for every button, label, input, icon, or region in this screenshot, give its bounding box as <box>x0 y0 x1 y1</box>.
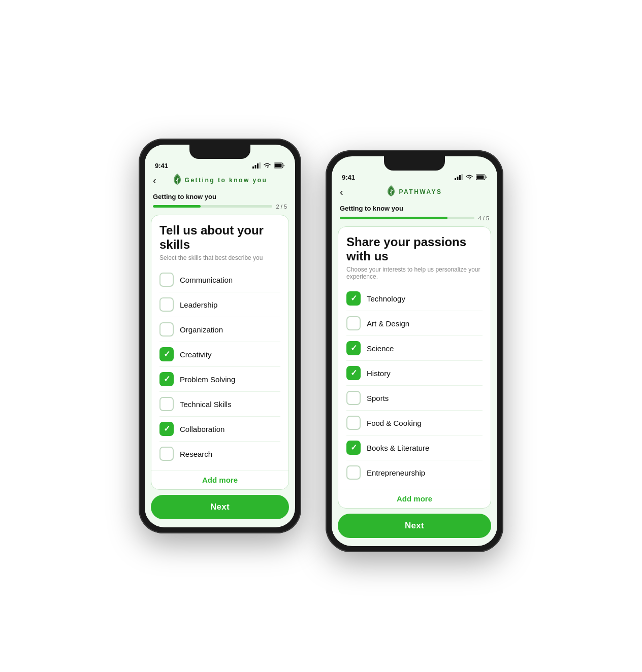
checkbox-label: Research <box>180 450 212 458</box>
status-bar-2: 9:41 <box>332 171 497 183</box>
status-icons-2 <box>455 174 487 180</box>
checkbox-item[interactable]: Problem Solving <box>159 367 280 392</box>
pathways-text-2: PATHWAYS <box>399 188 442 195</box>
top-bar-2: ‹ PATHWAYS <box>332 183 497 203</box>
checkbox-item[interactable]: Books & Literature <box>346 435 483 460</box>
checkbox-item[interactable]: Creativity <box>159 342 280 367</box>
checkbox-box[interactable] <box>346 465 361 480</box>
pathways-text-1: Getting to know you <box>185 177 268 184</box>
checkbox-item[interactable]: Collaboration <box>159 417 280 442</box>
wifi-icon-1 <box>263 162 271 169</box>
battery-icon-2 <box>476 174 487 180</box>
checkbox-box[interactable] <box>346 291 361 306</box>
checkbox-label: Technical Skills <box>180 400 232 409</box>
content-card-2: Share your passions with us Choose your … <box>338 226 491 509</box>
checkbox-item[interactable]: Communication <box>159 267 280 292</box>
checkbox-item[interactable]: Food & Cooking <box>346 411 483 435</box>
checkbox-item[interactable]: Research <box>159 442 280 466</box>
checkbox-label: Organization <box>180 325 223 334</box>
progress-label-2: Getting to know you <box>340 205 489 212</box>
checkbox-label: Entrepreneurship <box>367 468 425 477</box>
checkbox-item[interactable]: Sports <box>346 386 483 411</box>
checkbox-box[interactable] <box>159 422 174 436</box>
checkbox-item[interactable]: Entrepreneurship <box>346 460 483 485</box>
checkbox-item[interactable]: Art & Design <box>346 311 483 336</box>
status-time-1: 9:41 <box>155 162 168 170</box>
pathways-icon-1 <box>173 174 182 187</box>
signal-icon-2 <box>455 174 463 180</box>
checkbox-item[interactable]: Science <box>346 336 483 361</box>
add-more-button-1[interactable]: Add more <box>151 470 288 489</box>
checkbox-box[interactable] <box>159 297 174 312</box>
svg-rect-10 <box>457 177 459 180</box>
checkbox-item[interactable]: Technology <box>346 286 483 311</box>
checkbox-label: Science <box>367 344 394 353</box>
pathways-icon-2 <box>387 185 396 198</box>
checkbox-list-1: CommunicationLeadershipOrganizationCreat… <box>159 267 280 466</box>
notch-1 <box>189 145 250 159</box>
svg-rect-5 <box>275 164 282 167</box>
checkbox-list-2: TechnologyArt & DesignScienceHistorySpor… <box>346 286 483 485</box>
progress-section-2: Getting to know you 4 / 5 <box>332 203 497 226</box>
progress-track-1 <box>153 205 272 208</box>
phone-1: 9:41 <box>139 139 301 533</box>
svg-rect-12 <box>462 174 463 180</box>
next-button-2[interactable]: Next <box>338 514 491 538</box>
checkbox-label: Creativity <box>180 350 212 359</box>
notch-2 <box>384 156 445 171</box>
add-more-button-2[interactable]: Add more <box>338 489 491 508</box>
progress-track-2 <box>340 217 474 219</box>
progress-section-1: Getting to know you 2 / 5 <box>145 191 295 215</box>
svg-rect-2 <box>257 163 259 169</box>
progress-fill-1 <box>153 205 201 208</box>
checkbox-box[interactable] <box>346 316 361 330</box>
checkbox-item[interactable]: Technical Skills <box>159 392 280 417</box>
status-time-2: 9:41 <box>342 174 355 181</box>
svg-rect-9 <box>455 178 456 180</box>
checkbox-label: Leadership <box>180 300 217 309</box>
checkbox-item[interactable]: Organization <box>159 317 280 342</box>
checkbox-item[interactable]: Leadership <box>159 292 280 317</box>
checkbox-box[interactable] <box>159 347 174 361</box>
progress-label-1: Getting to know you <box>153 193 287 200</box>
card-subtitle-1: Select the skills that best describe you <box>159 254 280 261</box>
checkbox-label: Communication <box>180 276 233 284</box>
checkbox-box[interactable] <box>346 441 361 455</box>
next-button-1[interactable]: Next <box>151 495 289 519</box>
checkbox-label: Problem Solving <box>180 375 235 384</box>
next-btn-wrapper-1: Next <box>145 490 295 527</box>
checkbox-label: History <box>367 369 391 378</box>
status-bar-1: 9:41 <box>145 159 295 172</box>
card-subtitle-2: Choose your interests to help us persona… <box>346 266 483 280</box>
checkbox-label: Technology <box>367 294 405 303</box>
checkbox-box[interactable] <box>346 366 361 380</box>
next-btn-wrapper-2: Next <box>332 509 497 546</box>
checkbox-item[interactable]: History <box>346 361 483 386</box>
checkbox-label: Art & Design <box>367 319 409 328</box>
checkbox-box[interactable] <box>346 416 361 430</box>
progress-fill-2 <box>340 217 447 219</box>
svg-rect-0 <box>252 166 254 169</box>
logo-area-1: Getting to know you <box>173 174 268 187</box>
checkbox-box[interactable] <box>159 447 174 461</box>
logo-area-2: PATHWAYS <box>387 185 442 198</box>
svg-rect-14 <box>477 176 484 179</box>
svg-rect-1 <box>255 165 256 169</box>
checkbox-label: Collaboration <box>180 425 224 433</box>
back-button-2[interactable]: ‹ <box>340 187 343 197</box>
svg-rect-11 <box>459 175 461 180</box>
card-inner-2: Share your passions with us Choose your … <box>338 227 491 489</box>
back-button-1[interactable]: ‹ <box>153 175 156 185</box>
phone-frame-1: 9:41 <box>139 139 301 533</box>
checkbox-box[interactable] <box>346 341 361 355</box>
checkbox-box[interactable] <box>346 391 361 405</box>
checkbox-box[interactable] <box>159 397 174 411</box>
checkbox-label: Food & Cooking <box>367 419 422 427</box>
checkbox-box[interactable] <box>159 372 174 386</box>
checkbox-box[interactable] <box>159 273 174 287</box>
battery-icon-1 <box>274 162 285 169</box>
checkbox-box[interactable] <box>159 322 174 337</box>
card-title-2: Share your passions with us <box>346 235 483 263</box>
progress-fraction-2: 4 / 5 <box>478 215 489 221</box>
progress-bar-1: 2 / 5 <box>153 204 287 210</box>
